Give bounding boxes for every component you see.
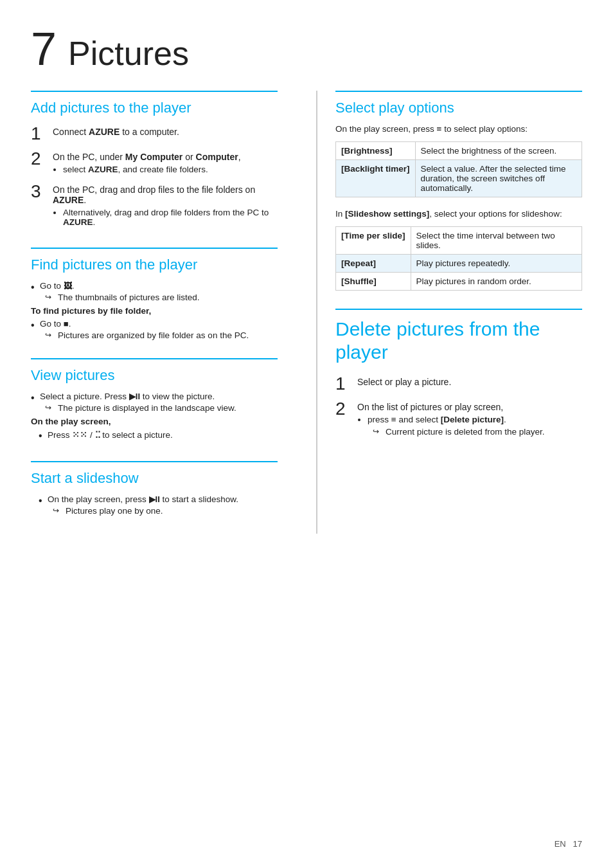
table-cell-desc: Play pictures in random order. (411, 273, 582, 291)
arrow-icon-4: ↪ (53, 506, 59, 516)
chapter-header: 7 Pictures (31, 26, 582, 73)
slideshow-settings-label: [Slideshow settings] (345, 209, 429, 219)
right-column: Select play options On the play screen, … (316, 91, 582, 534)
find-pictures-section: Find pictures on the player • Go to 🖼. ↪… (31, 248, 278, 340)
grid-icon-a: ⁙⁙ (72, 430, 87, 440)
delete-steps: 1 Select or play a picture. 2 On the lis… (335, 374, 582, 439)
arrow-icon: ↪ (45, 293, 51, 302)
slideshow-bullet-1: • On the play screen, press ▶II to start… (31, 494, 278, 516)
slideshow-settings-intro: In [Slideshow settings], select your opt… (335, 209, 582, 219)
chapter-title: Pictures (68, 34, 189, 73)
delete-pictures-title: Delete pictures from the player (335, 318, 582, 364)
find-bullet-2-arrow: Pictures are organized by file folder as… (58, 330, 249, 340)
slideshow-section: Start a slideshow • On the play screen, … (31, 461, 278, 516)
arrow-icon-3: ↪ (45, 403, 51, 413)
play-pause-icon-2: ▶II (149, 494, 160, 504)
play-pause-icon: ▶II (129, 392, 140, 401)
view-subheading: On the play screen, (31, 417, 278, 426)
folder-icon: ■ (64, 319, 69, 329)
step-3: 3 On the PC, drag and drop files to the … (31, 182, 278, 230)
slideshow-options-table: [Time per slide] Select the time interva… (335, 226, 582, 291)
table-cell-label: [Repeat] (336, 255, 411, 273)
view-bullet-2: • Press ⁙⁙ / ⁚⁚ to select a picture. (31, 429, 278, 443)
add-pictures-steps: 1 Connect AZURE to a computer. 2 On the … (31, 124, 278, 230)
main-content: Add pictures to the player 1 Connect AZU… (31, 91, 582, 534)
play-options-table: [Brightness] Select the brightness of th… (335, 141, 582, 197)
delete-step-2-arrow: Current picture is deleted from the play… (386, 427, 545, 437)
view-bullet-1: • Select a picture. Press ▶II to view th… (31, 392, 278, 413)
delete-picture-label: [Delete picture] (441, 415, 504, 424)
find-bullet-2: • Go to ■. ↪ Pictures are organized by f… (31, 319, 278, 340)
delete-pictures-section: Delete pictures from the player 1 Select… (335, 309, 582, 439)
table-cell-label: [Backlight timer] (336, 160, 416, 197)
delete-step-2: 2 On the list of pictures or play screen… (335, 399, 582, 439)
delete-step-2-sub: press ≡ and select [Delete picture]. ↪ C… (368, 415, 582, 437)
table-cell-desc: Play pictures repeatedly. (411, 255, 582, 273)
grid-icon-b: ⁚⁚ (95, 430, 100, 440)
slideshow-bullet-1-arrow: Pictures play one by one. (66, 506, 163, 516)
select-play-title: Select play options (335, 100, 582, 116)
table-row: [Shuffle] Play pictures in random order. (336, 273, 582, 291)
picture-icon: 🖼 (64, 281, 72, 291)
find-bullet-1-arrow: The thumbnails of pictures are listed. (58, 293, 200, 302)
table-cell-label: [Brightness] (336, 142, 416, 160)
step-2-sub: select AZURE, and create file folders. (63, 165, 278, 174)
table-cell-label: [Time per slide] (336, 227, 411, 255)
step-3-sub: Alternatively, drag and drop file folder… (63, 208, 278, 227)
view-pictures-section: View pictures • Select a picture. Press … (31, 358, 278, 443)
step-1: 1 Connect AZURE to a computer. (31, 124, 278, 144)
slideshow-title: Start a slideshow (31, 470, 278, 487)
select-play-section: Select play options On the play screen, … (335, 91, 582, 291)
footer-page: 17 (573, 839, 582, 849)
table-cell-desc: Select the brightness of the screen. (415, 142, 582, 160)
arrow-icon-2: ↪ (45, 330, 51, 340)
view-pictures-title: View pictures (31, 367, 278, 384)
footer-lang: EN (555, 839, 566, 849)
table-row: [Backlight timer] Select a value. After … (336, 160, 582, 197)
add-pictures-title: Add pictures to the player (31, 100, 278, 116)
chapter-number: 7 (31, 26, 57, 72)
left-column: Add pictures to the player 1 Connect AZU… (31, 91, 290, 534)
table-cell-label: [Shuffle] (336, 273, 411, 291)
find-bullet-1: • Go to 🖼. ↪ The thumbnails of pictures … (31, 281, 278, 302)
table-row: [Brightness] Select the brightness of th… (336, 142, 582, 160)
table-cell-desc: Select the time interval between two sli… (411, 227, 582, 255)
table-row: [Repeat] Play pictures repeatedly. (336, 255, 582, 273)
menu-icon-2: ≡ (391, 415, 396, 424)
table-row: [Time per slide] Select the time interva… (336, 227, 582, 255)
delete-step-1: 1 Select or play a picture. (335, 374, 582, 394)
add-pictures-section: Add pictures to the player 1 Connect AZU… (31, 91, 278, 230)
arrow-icon-5: ↪ (373, 427, 379, 437)
find-subheading: To find pictures by file folder, (31, 306, 278, 316)
table-cell-desc: Select a value. After the selected time … (415, 160, 582, 197)
page-footer: EN 17 (555, 839, 582, 849)
find-pictures-title: Find pictures on the player (31, 257, 278, 273)
play-intro-text: On the play screen, press ≡ to select pl… (335, 124, 582, 134)
step-2: 2 On the PC, under My Computer or Comput… (31, 149, 278, 177)
menu-icon: ≡ (437, 124, 442, 134)
view-bullet-1-arrow: The picture is displayed in the landscap… (58, 403, 236, 413)
